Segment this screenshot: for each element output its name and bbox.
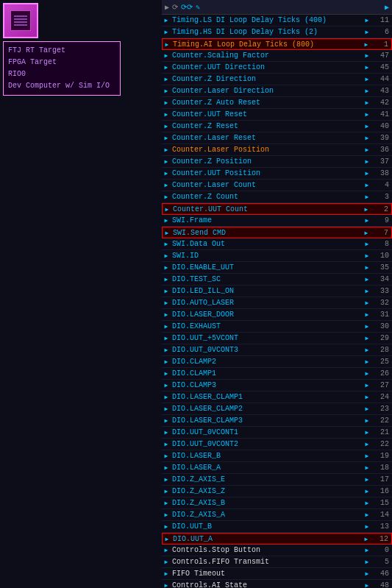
- row-right-arrow[interactable]: ▶: [363, 511, 371, 518]
- toolbar-icon-4[interactable]: ✎: [196, 3, 200, 12]
- row-right-arrow[interactable]: ▶: [362, 206, 371, 213]
- row-right-arrow[interactable]: ▶: [363, 276, 371, 283]
- table-row[interactable]: ▶Counter.Laser Reset▶39: [162, 132, 392, 144]
- expand-icon[interactable]: ▶: [162, 311, 171, 318]
- table-row[interactable]: ▶SWI.ID▶10: [162, 250, 392, 262]
- row-right-arrow[interactable]: ▶: [363, 358, 371, 365]
- table-row[interactable]: ▶DIO.Z_AXIS_A▶14: [162, 509, 392, 521]
- table-row[interactable]: ▶DIO.LASER_CLAMP1▶24: [162, 392, 392, 403]
- expand-icon[interactable]: ▶: [162, 252, 171, 259]
- row-right-arrow[interactable]: ▶: [363, 64, 371, 71]
- expand-icon[interactable]: ▶: [162, 123, 171, 130]
- row-right-arrow[interactable]: ▶: [363, 476, 371, 483]
- table-row[interactable]: ▶Counter.UUT Direction▶45: [162, 62, 392, 74]
- toolbar-icon-1[interactable]: ▶: [165, 3, 169, 12]
- table-row[interactable]: ▶DIO.LASER_A▶18: [162, 462, 392, 474]
- row-right-arrow[interactable]: ▶: [362, 536, 371, 542]
- expand-icon[interactable]: ▶: [162, 382, 171, 389]
- expand-icon[interactable]: ▶: [162, 559, 171, 565]
- row-right-arrow[interactable]: ▶: [363, 264, 371, 271]
- row-right-arrow[interactable]: ▶: [363, 582, 371, 588]
- target-item-2[interactable]: RIO0: [8, 68, 115, 80]
- target-item-3[interactable]: Dev Computer w/ Sim I/O: [8, 80, 115, 92]
- expand-icon[interactable]: ▶: [163, 41, 171, 48]
- table-row[interactable]: ▶DIO.UUT_+5VCONT▶29: [162, 333, 392, 344]
- expand-icon[interactable]: ▶: [162, 441, 171, 447]
- expand-icon[interactable]: ▶: [162, 488, 171, 495]
- table-row[interactable]: ▶Counter.Laser Count▶4: [162, 180, 392, 191]
- table-row[interactable]: ▶DIO.UUT_0VCONT1▶21: [162, 427, 392, 439]
- table-row[interactable]: ▶Controls.Stop Button▶0: [162, 545, 392, 556]
- toolbar-icon-2[interactable]: ⟳: [172, 3, 178, 12]
- row-right-arrow[interactable]: ▶: [363, 29, 371, 35]
- expand-icon[interactable]: ▶: [162, 429, 171, 436]
- expand-icon[interactable]: ▶: [163, 536, 171, 542]
- row-right-arrow[interactable]: ▶: [363, 17, 371, 24]
- table-row[interactable]: ▶DIO.LED_ILL_ON▶33: [162, 286, 392, 297]
- table-row[interactable]: ▶DIO.LASER_CLAMP3▶22: [162, 415, 392, 427]
- row-right-arrow[interactable]: ▶: [363, 158, 371, 165]
- expand-icon[interactable]: ▶: [162, 52, 171, 59]
- table-row[interactable]: ▶SWI.Send CMD▶7: [162, 227, 392, 238]
- expand-icon[interactable]: ▶: [162, 99, 171, 106]
- table-row[interactable]: ▶DIO.UUT_A▶12: [162, 533, 392, 545]
- expand-icon[interactable]: ▶: [162, 88, 171, 94]
- table-row[interactable]: ▶Counter.UUT Position▶38: [162, 168, 392, 180]
- row-right-arrow[interactable]: ▶: [363, 111, 371, 118]
- expand-icon[interactable]: ▶: [162, 288, 171, 294]
- row-right-arrow[interactable]: ▶: [363, 488, 371, 495]
- row-right-arrow[interactable]: ▶: [363, 288, 371, 294]
- expand-icon[interactable]: ▶: [162, 182, 171, 188]
- target-item-1[interactable]: FPGA Target: [8, 57, 115, 68]
- row-right-arrow[interactable]: ▶: [363, 394, 371, 400]
- expand-icon[interactable]: ▶: [162, 135, 171, 141]
- table-row[interactable]: ▶Counter.Laser Position▶36: [162, 144, 392, 156]
- row-right-arrow[interactable]: ▶: [363, 194, 371, 200]
- table-row[interactable]: ▶Counter.Z Auto Reset▶42: [162, 97, 392, 109]
- expand-icon[interactable]: ▶: [162, 417, 171, 424]
- expand-icon[interactable]: ▶: [162, 370, 171, 377]
- row-right-arrow[interactable]: ▶: [363, 417, 371, 424]
- table-row[interactable]: ▶Timing.AI Loop Delay Ticks (800)▶1: [162, 38, 392, 50]
- row-right-arrow[interactable]: ▶: [363, 441, 371, 447]
- row-right-arrow[interactable]: ▶: [363, 570, 371, 577]
- expand-icon[interactable]: ▶: [162, 111, 171, 118]
- expand-icon[interactable]: ▶: [162, 347, 171, 353]
- row-right-arrow[interactable]: ▶: [362, 41, 371, 48]
- expand-icon[interactable]: ▶: [162, 300, 171, 306]
- row-right-arrow[interactable]: ▶: [363, 217, 371, 224]
- expand-icon[interactable]: ▶: [163, 206, 171, 213]
- expand-icon[interactable]: ▶: [162, 264, 171, 271]
- expand-icon[interactable]: ▶: [162, 241, 171, 247]
- expand-icon[interactable]: ▶: [162, 405, 171, 412]
- table-row[interactable]: ▶Counter.Z Reset▶40: [162, 121, 392, 132]
- row-right-arrow[interactable]: ▶: [363, 559, 371, 565]
- row-right-arrow[interactable]: ▶: [363, 370, 371, 377]
- table-row[interactable]: ▶DIO.LASER_CLAMP2▶23: [162, 403, 392, 415]
- table-row[interactable]: ▶Timing.HS DI Loop Delay Ticks (2)▶6: [162, 26, 392, 38]
- expand-icon[interactable]: ▶: [162, 170, 171, 177]
- table-row[interactable]: ▶SWI.Frame▶9: [162, 215, 392, 227]
- row-right-arrow[interactable]: ▶: [363, 500, 371, 506]
- row-right-arrow[interactable]: ▶: [363, 464, 371, 471]
- table-row[interactable]: ▶DIO.Z_AXIS_B▶15: [162, 497, 392, 509]
- row-right-arrow[interactable]: ▶: [363, 252, 371, 259]
- table-row[interactable]: ▶DIO.ENABLE_UUT▶35: [162, 262, 392, 274]
- table-row[interactable]: ▶SWI.Data Out▶8: [162, 238, 392, 250]
- row-right-arrow[interactable]: ▶: [363, 123, 371, 130]
- expand-icon[interactable]: ▶: [162, 194, 171, 200]
- table-row[interactable]: ▶Counter.UUT Count▶2: [162, 203, 392, 215]
- row-right-arrow[interactable]: ▶: [363, 335, 371, 341]
- row-right-arrow[interactable]: ▶: [363, 300, 371, 306]
- expand-icon[interactable]: ▶: [162, 453, 171, 459]
- table-row[interactable]: ▶DIO.LASER_DOOR▶31: [162, 309, 392, 321]
- row-right-arrow[interactable]: ▶: [363, 182, 371, 188]
- row-right-arrow[interactable]: ▶: [363, 88, 371, 94]
- expand-icon[interactable]: ▶: [163, 230, 171, 236]
- row-right-arrow[interactable]: ▶: [363, 523, 371, 530]
- target-item-0[interactable]: FTJ RT Target: [8, 45, 115, 57]
- row-right-arrow[interactable]: ▶: [363, 382, 371, 389]
- expand-icon[interactable]: ▶: [162, 29, 171, 35]
- table-row[interactable]: ▶Counter.Laser Direction▶43: [162, 85, 392, 97]
- table-row[interactable]: ▶DIO.CLAMP2▶25: [162, 356, 392, 368]
